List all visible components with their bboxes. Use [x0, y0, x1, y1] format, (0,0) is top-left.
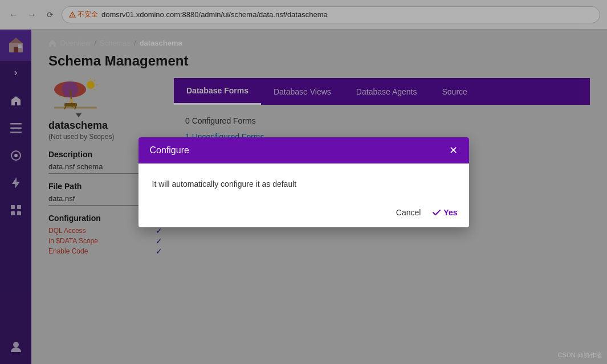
- modal-close-button[interactable]: ✕: [449, 145, 458, 156]
- modal-overlay: Configure ✕ It will automatically config…: [0, 0, 607, 364]
- watermark: CSDN @协作者: [558, 351, 602, 359]
- modal-header: Configure ✕: [138, 137, 469, 163]
- configure-modal: Configure ✕ It will automatically config…: [138, 137, 469, 227]
- modal-title: Configure: [150, 145, 189, 156]
- yes-check-icon: [432, 208, 441, 217]
- modal-footer: Cancel Yes: [138, 200, 469, 227]
- modal-message: It will automatically configure it as de…: [152, 179, 455, 189]
- modal-body: It will automatically configure it as de…: [138, 163, 469, 200]
- yes-button[interactable]: Yes: [432, 208, 457, 217]
- cancel-button[interactable]: Cancel: [396, 208, 421, 217]
